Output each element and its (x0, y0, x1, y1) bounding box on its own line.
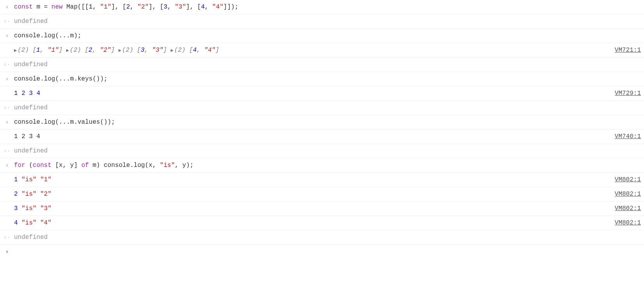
array-entry: "2" (100, 47, 111, 54)
log-output: 1 2 3 4 (14, 132, 40, 141)
code-token: 1 (89, 4, 93, 11)
bracket: ] (111, 47, 115, 54)
code-token: values (77, 119, 100, 126)
code-token: for (14, 162, 25, 169)
code-token: m (37, 4, 40, 11)
return-value: undefined (14, 103, 48, 112)
source-link[interactable]: VM729:1 (615, 89, 641, 98)
input-prompt-icon: › (0, 117, 14, 126)
log-output: 2 "is" "2" (14, 189, 51, 199)
code-token: (... (55, 119, 70, 126)
code-token (89, 162, 93, 169)
expand-icon[interactable]: ▶ (171, 47, 173, 54)
log-number: 3 (29, 90, 33, 97)
bracket: ] (59, 47, 63, 54)
code-token (33, 4, 37, 11)
code-token: (... (55, 75, 70, 82)
code-token: , (152, 162, 160, 169)
log-gutter (0, 89, 14, 89)
bracket: ] (215, 47, 219, 54)
log-output: 3 "is" "3" (14, 204, 51, 213)
array-length: (2) (70, 47, 84, 54)
log-number: 2 (21, 90, 25, 97)
prompt-icon: › (0, 247, 14, 256)
log-output: 1 2 3 4 (14, 89, 40, 98)
log-output: ▶(2) [1, "1"] ▶(2) [2, "2"] ▶(2) [3, "3"… (14, 46, 219, 55)
console-input-code[interactable]: console.log(...m); (14, 31, 81, 40)
return-value-icon: ‹· (0, 60, 14, 69)
code-token: [ (55, 162, 59, 169)
code-token: 2 (126, 4, 130, 11)
console-input-code[interactable]: console.log(...m.keys()); (14, 74, 107, 84)
bracket: [ (189, 47, 193, 54)
code-token (25, 162, 29, 169)
log-gutter (0, 46, 14, 46)
bracket: [ (33, 47, 37, 54)
code-token: ()); (93, 75, 107, 82)
log-string: "is" (21, 205, 36, 212)
bracket: [ (137, 47, 141, 54)
console-input-code[interactable]: const m = new Map([[1, "1"], [2, "2"], [… (14, 2, 238, 12)
return-value: undefined (14, 17, 48, 26)
code-token: ([[ (77, 4, 89, 11)
code-token: ) (96, 162, 104, 169)
code-token: keys (77, 75, 92, 82)
code-token: = (44, 4, 48, 11)
source-link[interactable]: VM721:1 (615, 46, 641, 55)
log-gutter (0, 175, 14, 176)
log-output: 4 "is" "4" (14, 218, 51, 228)
source-link[interactable]: VM802:1 (615, 175, 641, 184)
code-token (40, 4, 44, 11)
log-gutter (0, 204, 14, 205)
return-value-icon: ‹· (0, 103, 14, 112)
array-length: (2) (18, 47, 32, 54)
code-token: "4" (212, 4, 223, 11)
code-token: (... (55, 32, 70, 39)
array-length: (2) (174, 47, 189, 54)
code-token: x (149, 162, 153, 169)
code-token: , (167, 4, 175, 11)
code-token: Map (66, 4, 77, 11)
expand-icon[interactable]: ▶ (66, 47, 69, 54)
code-token: . (40, 32, 44, 39)
log-gutter (0, 218, 14, 219)
code-token: y (70, 162, 74, 169)
return-value: undefined (14, 146, 48, 156)
log-string: "1" (40, 176, 51, 183)
code-token: m (70, 119, 74, 126)
code-token: 3 (164, 4, 167, 11)
array-entry: 1 (36, 47, 40, 54)
log-number: 4 (14, 219, 18, 226)
code-token: log (44, 32, 55, 39)
source-link[interactable]: VM802:1 (615, 204, 641, 213)
code-token: x (59, 162, 63, 169)
code-token: const (14, 4, 33, 11)
expand-icon[interactable]: ▶ (118, 47, 121, 54)
code-token: , (175, 162, 182, 169)
input-prompt-icon: › (0, 2, 14, 11)
code-token: log (134, 162, 145, 169)
code-token: ], [ (111, 4, 126, 11)
code-token: . (74, 119, 78, 126)
array-entry: 3 (141, 47, 144, 54)
code-token: . (74, 75, 78, 82)
code-token: , (205, 4, 212, 11)
expand-icon[interactable]: ▶ (14, 47, 17, 54)
input-prompt-icon: › (0, 161, 14, 170)
console-input-code[interactable]: for (const [x, y] of m) console.log(x, "… (14, 161, 194, 170)
bracket: [ (85, 47, 89, 54)
code-token: console (14, 119, 40, 126)
return-value-icon: ‹· (0, 17, 14, 26)
return-value: undefined (14, 60, 48, 69)
code-token: ( (29, 162, 33, 169)
console-input-code[interactable]: console.log(...m.values()); (14, 117, 115, 127)
code-token (48, 4, 51, 11)
source-link[interactable]: VM740:1 (615, 132, 641, 141)
log-number: 2 (14, 191, 18, 198)
code-token: . (130, 162, 134, 169)
source-link[interactable]: VM802:1 (615, 218, 641, 228)
log-gutter (0, 132, 14, 133)
source-link[interactable]: VM802:1 (615, 189, 641, 199)
log-output: 1 "is" "1" (14, 175, 51, 184)
console-prompt-input[interactable] (14, 247, 641, 255)
